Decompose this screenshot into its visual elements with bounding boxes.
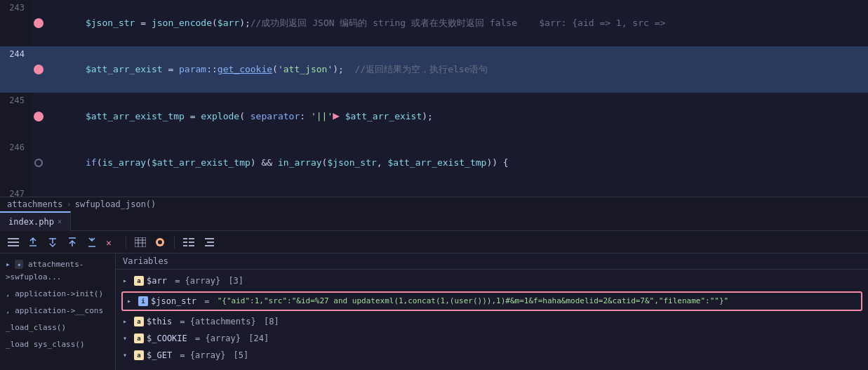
line-number: 245 bbox=[0, 93, 32, 140]
line-number: 243 bbox=[0, 0, 32, 46]
table-view-button[interactable] bbox=[133, 234, 148, 250]
svg-rect-15 bbox=[183, 245, 187, 246]
var-type-text: = {array} bbox=[175, 348, 230, 362]
breakpoint-icon[interactable] bbox=[34, 18, 44, 28]
breadcrumb-separator: › bbox=[66, 199, 71, 209]
var-name: $json_str bbox=[151, 294, 196, 308]
svg-rect-12 bbox=[189, 238, 194, 239]
svg-text:✕: ✕ bbox=[106, 237, 112, 248]
output-toggle-button[interactable] bbox=[6, 234, 21, 250]
var-type-text: = {attachments} bbox=[175, 315, 261, 329]
stack-item-1[interactable]: , application->init() bbox=[0, 286, 115, 303]
var-name: $_COOKIE bbox=[147, 331, 187, 345]
svg-rect-2 bbox=[8, 245, 19, 246]
var-type-icon: a bbox=[134, 276, 144, 286]
breadcrumb: attachments › swfupload_json() bbox=[0, 197, 868, 211]
var-equals: = bbox=[199, 294, 215, 308]
var-count: [24] bbox=[248, 331, 269, 345]
toolbar-sep-1 bbox=[126, 236, 126, 249]
tab-close-button[interactable]: × bbox=[58, 212, 62, 232]
line-gutter[interactable] bbox=[32, 140, 46, 186]
list-view-button[interactable] bbox=[181, 234, 196, 250]
var-expand-toggle[interactable]: ▸ bbox=[123, 274, 131, 288]
debug-panel: ▸ ✦ attachments->swfuploa... , applicati… bbox=[0, 253, 868, 370]
line-gutter[interactable] bbox=[32, 0, 46, 46]
svg-point-10 bbox=[158, 240, 162, 244]
resume-button[interactable] bbox=[84, 234, 100, 250]
stack-item-4[interactable]: _load sys_class() bbox=[0, 336, 115, 353]
format-button[interactable] bbox=[201, 234, 216, 250]
stack-item-0[interactable]: ▸ ✦ attachments->swfuploa... bbox=[0, 256, 115, 286]
var-type-icon: i bbox=[138, 296, 148, 306]
svg-rect-13 bbox=[183, 242, 187, 243]
stack-item-3[interactable]: _load_class() bbox=[0, 319, 115, 336]
var-type-icon: a bbox=[134, 317, 144, 326]
var-item-get[interactable]: ▾ a $_GET = {array} [5] bbox=[116, 347, 868, 364]
line-gutter bbox=[32, 186, 46, 197]
var-item-inner: ▸ i $json_str = "{"aid":1,"src":"&id=%27… bbox=[123, 293, 861, 310]
code-line-244: 244 $att_arr_exist = param::get_cookie('… bbox=[0, 46, 868, 93]
svg-rect-14 bbox=[189, 242, 194, 243]
variables-list: ▸ a $arr = {array} [3] ▸ i $json_str = "… bbox=[116, 270, 868, 370]
line-content: $att_arr_exist = param::get_cookie('att_… bbox=[46, 46, 868, 93]
var-expand-toggle[interactable]: ▸ bbox=[123, 315, 131, 329]
stack-item-2[interactable]: , application->__cons bbox=[0, 303, 115, 319]
var-count: [3] bbox=[228, 274, 243, 288]
tab-label: index.php bbox=[8, 212, 54, 232]
svg-rect-0 bbox=[8, 238, 19, 239]
line-gutter[interactable] bbox=[32, 93, 46, 140]
line-number: 247 bbox=[0, 186, 32, 197]
breakpoint-icon[interactable] bbox=[34, 65, 44, 74]
var-type-text: = {array} bbox=[190, 331, 246, 345]
line-content: return true; bbox=[46, 186, 868, 197]
svg-rect-18 bbox=[207, 242, 214, 243]
code-line-245: 245 $att_arr_exist_tmp = explode( separa… bbox=[0, 93, 868, 140]
var-expand-toggle[interactable]: ▾ bbox=[123, 348, 131, 362]
var-type-icon: a bbox=[134, 350, 144, 360]
var-count: [5] bbox=[234, 348, 249, 362]
toolbar-sep-2 bbox=[174, 236, 175, 249]
var-item-json-str-highlighted[interactable]: ▸ i $json_str = "{"aid":1,"src":"&id=%27… bbox=[121, 291, 862, 311]
variables-panel: Variables ▸ a $arr = {array} [3] ▸ i $js… bbox=[116, 253, 868, 370]
var-name: $arr bbox=[147, 274, 167, 288]
line-gutter[interactable] bbox=[32, 46, 46, 93]
code-line-247: 247 return true; bbox=[0, 186, 868, 197]
stop-button[interactable]: ✕ bbox=[104, 234, 119, 250]
var-item-arr[interactable]: ▸ a $arr = {array} [3] bbox=[116, 272, 868, 289]
code-line-246: 246 if(is_array($att_arr_exist_tmp) && i… bbox=[0, 140, 868, 186]
var-type-icon: a bbox=[134, 333, 144, 343]
var-expand-toggle[interactable]: ▸ bbox=[127, 294, 135, 308]
svg-rect-19 bbox=[205, 245, 214, 246]
step-over-button[interactable] bbox=[25, 234, 41, 250]
var-name: $_GET bbox=[147, 348, 172, 362]
var-count: [8] bbox=[264, 315, 279, 329]
var-type-text: = {array} bbox=[170, 274, 225, 288]
breakpoint-icon[interactable] bbox=[34, 112, 44, 121]
var-value: "{"aid":1,"src":"&id=%27 and updatexml(1… bbox=[218, 294, 728, 308]
line-content: $att_arr_exist_tmp = explode( separator:… bbox=[46, 93, 868, 140]
var-name: $this bbox=[147, 315, 172, 329]
svg-rect-1 bbox=[8, 242, 19, 243]
svg-rect-17 bbox=[205, 238, 214, 239]
var-expand-toggle[interactable]: ▾ bbox=[123, 331, 131, 345]
record-button[interactable] bbox=[152, 234, 168, 250]
line-number: 244 bbox=[0, 46, 32, 93]
svg-rect-16 bbox=[189, 245, 194, 246]
breadcrumb-part1: attachments bbox=[7, 199, 62, 209]
code-line-243: 243 $json_str = json_encode($arr);//成功则返… bbox=[0, 0, 868, 46]
svg-rect-11 bbox=[183, 238, 187, 239]
var-item-cookie[interactable]: ▾ a $_COOKIE = {array} [24] bbox=[116, 330, 868, 347]
step-out-button[interactable] bbox=[65, 234, 80, 250]
line-content: $json_str = json_encode($arr);//成功则返回 JS… bbox=[46, 0, 868, 46]
tab-index-php[interactable]: index.php × bbox=[0, 211, 71, 231]
line-number: 246 bbox=[0, 140, 32, 186]
tab-bar: index.php × bbox=[0, 211, 868, 231]
call-stack-panel: ▸ ✦ attachments->swfuploa... , applicati… bbox=[0, 253, 116, 370]
breadcrumb-part2: swfupload_json() bbox=[75, 199, 156, 209]
svg-rect-4 bbox=[135, 237, 146, 247]
step-into-button[interactable] bbox=[45, 234, 60, 250]
breakpoint-hollow-icon[interactable] bbox=[34, 159, 43, 167]
variables-header: Variables bbox=[116, 253, 868, 270]
line-content: if(is_array($att_arr_exist_tmp) && in_ar… bbox=[46, 140, 868, 186]
var-item-this[interactable]: ▸ a $this = {attachments} [8] bbox=[116, 313, 868, 330]
